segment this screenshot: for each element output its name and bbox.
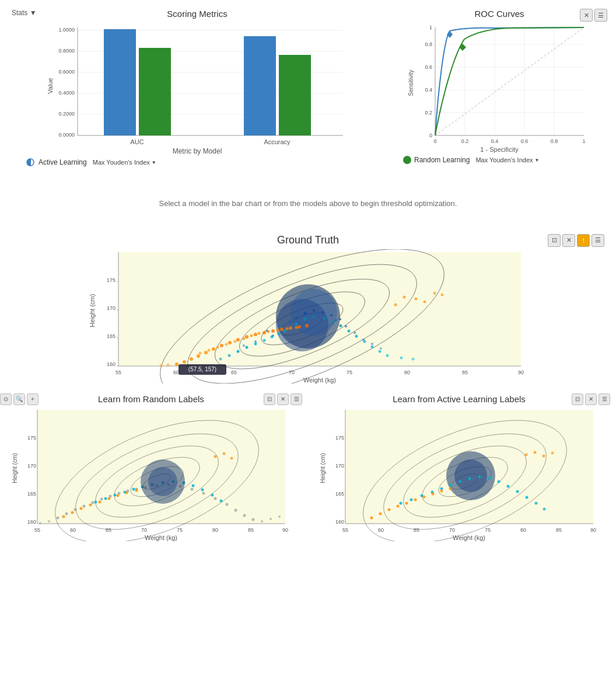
svg-point-267 [478,476,481,479]
svg-point-120 [175,363,178,366]
svg-text:75: 75 [485,527,491,533]
svg-point-130 [254,333,257,336]
la-resize-btn[interactable]: ⊡ [572,393,583,405]
svg-point-281 [423,496,426,499]
svg-point-83 [292,324,295,326]
svg-text:1: 1 [429,25,432,30]
svg-point-135 [298,325,301,329]
svg-point-76 [304,312,307,315]
svg-text:0.8: 0.8 [425,41,432,47]
svg-text:0.2000: 0.2000 [58,111,75,117]
svg-point-221 [71,511,74,514]
threshold-message: Select a model in the bar chart or from … [0,182,616,219]
ground-truth-icons: ⊡ ✕ ! ☰ [548,234,604,247]
gt-menu-btn[interactable]: ☰ [592,234,604,247]
svg-line-42 [435,27,584,135]
svg-point-218 [211,494,214,497]
svg-text:0.6: 0.6 [521,138,528,144]
svg-point-273 [535,502,538,505]
svg-point-195 [202,492,205,495]
svg-point-208 [114,494,117,497]
random-learning-label: Random Learning [414,156,470,164]
bar-auc-random[interactable] [139,48,171,135]
svg-point-229 [214,455,217,458]
gt-warning-btn[interactable]: ! [577,234,590,247]
svg-text:55: 55 [34,527,40,533]
lr-icon1[interactable]: ⊙ [0,393,12,405]
gt-close-btn[interactable]: ✕ [562,234,575,247]
svg-point-97 [246,346,249,349]
svg-point-90 [354,332,356,334]
svg-point-227 [125,492,128,494]
svg-text:175: 175 [27,435,36,441]
svg-point-136 [305,324,309,327]
svg-text:Height (cm): Height (cm) [12,453,18,483]
svg-text:60: 60 [173,370,179,375]
svg-text:0.2: 0.2 [425,110,432,116]
svg-point-199 [243,514,246,517]
svg-point-79 [330,314,332,316]
bar-accuracy-active[interactable] [244,36,276,135]
svg-point-184 [92,501,94,504]
svg-text:55: 55 [116,370,121,375]
svg-point-274 [543,508,546,511]
lr-icon2[interactable]: 🔍 [13,393,25,405]
svg-point-278 [397,505,400,508]
svg-text:0.8000: 0.8000 [58,48,75,54]
bottom-section: ⊙ 🔍 + Learn from Random Labels ⊡ ✕ ☰ Hei… [0,388,616,549]
svg-text:175: 175 [335,435,344,441]
svg-point-270 [507,485,510,488]
la-close-btn[interactable]: ✕ [585,393,597,405]
lr-menu-btn[interactable]: ☰ [290,393,302,405]
svg-point-145 [267,330,270,333]
la-menu-btn[interactable]: ☰ [598,393,610,405]
svg-point-280 [414,499,417,501]
svg-point-75 [295,317,298,319]
svg-point-127 [228,341,232,344]
random-learning-dropdown[interactable]: Max Youden's Index [473,155,541,165]
svg-point-285 [525,454,528,457]
svg-point-123 [197,354,200,358]
roc-close-btn[interactable]: ✕ [580,9,593,22]
svg-point-121 [183,360,186,364]
learn-active-svg[interactable]: Height (cm) 160 165 170 175 55 60 65 70 … [308,407,610,541]
bar-chart-svg[interactable]: 0.0000 0.2000 0.4000 0.6000 0.8000 1.000… [9,22,386,150]
svg-text:Weight (kg): Weight (kg) [453,534,485,541]
svg-point-150 [160,364,163,367]
svg-point-147 [286,327,289,330]
learn-random-svg[interactable]: Height (cm) 160 165 170 175 55 60 65 70 … [0,407,302,541]
svg-point-153 [403,296,406,299]
svg-point-111 [355,335,358,338]
svg-text:0.0000: 0.0000 [58,132,75,138]
svg-point-119 [412,358,415,361]
svg-point-269 [498,480,501,483]
svg-point-200 [252,518,255,521]
svg-point-134 [289,326,292,330]
bar-auc-active[interactable] [104,29,136,135]
svg-point-156 [433,292,436,295]
svg-text:1: 1 [582,138,585,144]
lr-close-btn[interactable]: ✕ [277,393,289,405]
svg-point-210 [132,488,135,491]
active-learning-dropdown[interactable]: Max Youden's Index [90,158,159,167]
roc-chart-svg[interactable]: 0 0.2 0.4 0.6 0.8 1 0 0.2 0.4 0.6 0.8 1 … [391,22,607,150]
svg-point-125 [212,347,215,351]
gt-resize-btn[interactable]: ⊡ [548,234,561,247]
ground-truth-section: Ground Truth ⊡ ✕ ! ☰ Height (cm) 160 165… [0,231,616,388]
svg-point-219 [220,500,223,503]
lr-icon3[interactable]: + [27,393,38,405]
svg-point-85 [306,315,309,318]
svg-text:1.0000: 1.0000 [58,27,75,33]
svg-point-129 [245,335,249,339]
roc-curves-title: ROC Curves [446,9,554,19]
svg-point-198 [235,509,237,512]
svg-point-203 [270,518,272,520]
ground-truth-svg[interactable]: Height (cm) 160 165 170 175 55 60 65 70 … [12,249,604,384]
roc-menu-btn[interactable]: ☰ [594,9,607,22]
svg-point-95 [380,347,382,350]
svg-point-140 [225,343,228,346]
bar-accuracy-random[interactable] [279,55,311,135]
svg-text:80: 80 [520,527,526,533]
stats-button[interactable]: Stats ▼ [12,9,37,17]
lr-resize-btn[interactable]: ⊡ [264,393,275,405]
